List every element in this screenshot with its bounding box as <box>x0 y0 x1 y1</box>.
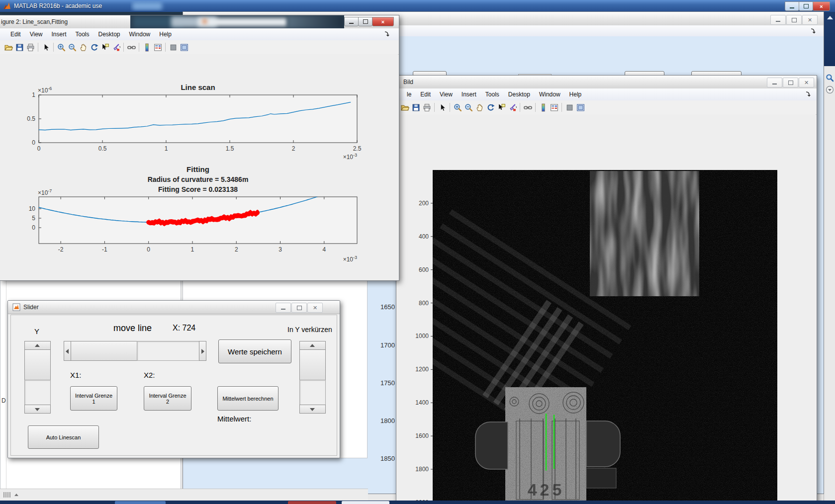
dock-arrow-icon[interactable] <box>384 31 390 37</box>
taskbar-item[interactable] <box>342 501 389 504</box>
colorbar-icon[interactable] <box>538 102 549 112</box>
dock-window-icon[interactable] <box>575 102 586 112</box>
collapse-up-icon[interactable] <box>827 16 833 19</box>
bild-image-plot[interactable]: 4252004006008001000120014001600180020002… <box>396 114 816 504</box>
right-sidebar <box>824 12 835 501</box>
print-icon[interactable] <box>421 102 432 112</box>
bild-close-button[interactable]: ✕ <box>799 78 814 87</box>
toolbar-separator <box>450 103 450 112</box>
figure2-window: igure 2: Line_scan,Fitting × EditViewIns… <box>0 15 399 281</box>
menu-item-edit[interactable]: Edit <box>6 29 25 39</box>
dock-arrow-icon[interactable] <box>805 91 811 97</box>
hidden-plot-ytick: 1850 <box>370 455 395 462</box>
figure2-minimize-button[interactable] <box>344 17 359 26</box>
cursor-icon[interactable] <box>40 42 51 52</box>
menu-item-desktop[interactable]: Desktop <box>504 89 535 99</box>
gui-close-button[interactable]: ✕ <box>802 15 818 25</box>
legend-icon[interactable] <box>549 102 559 112</box>
y-slider-left[interactable] <box>24 341 51 413</box>
rotate-icon[interactable] <box>89 42 99 52</box>
calc-mean-button[interactable]: Mittelwert berechnen <box>217 386 278 411</box>
zoom-in-icon[interactable] <box>56 42 67 52</box>
open-icon[interactable] <box>399 102 410 112</box>
svg-text:Radius of curvature = 5.3486m: Radius of curvature = 5.3486m <box>148 175 249 183</box>
svg-text:10: 10 <box>29 205 36 212</box>
zoom-in-icon[interactable] <box>452 102 463 112</box>
y-slider-right[interactable] <box>299 341 326 413</box>
brush-icon[interactable] <box>507 102 518 112</box>
y-slider-right-thumb[interactable] <box>299 349 326 380</box>
taskbar-item[interactable] <box>115 501 166 504</box>
figure2-maximize-button[interactable] <box>358 17 372 26</box>
menu-item-view[interactable]: View <box>435 89 457 99</box>
menu-item-edit[interactable]: Edit <box>416 89 435 99</box>
link-icon[interactable] <box>522 102 533 112</box>
link-icon[interactable] <box>126 42 137 52</box>
pan-icon[interactable] <box>78 42 89 52</box>
menu-item-insert[interactable]: Insert <box>47 29 71 39</box>
slider-close-button[interactable]: ✕ <box>307 303 323 313</box>
dock-gray-icon[interactable] <box>564 102 575 112</box>
search-icon[interactable] <box>826 74 834 82</box>
interval-limit1-button[interactable]: Interval Grenze 1 <box>70 386 117 411</box>
dock-window-icon[interactable] <box>179 42 189 52</box>
collapsed-panel-tab[interactable]: D <box>1 397 6 404</box>
move-line-slider-thumb[interactable] <box>71 341 137 361</box>
expand-down-icon[interactable] <box>826 85 834 94</box>
main-close-button[interactable]: × <box>813 1 830 11</box>
menu-item-tools[interactable]: Tools <box>481 89 504 99</box>
svg-text:1400: 1400 <box>415 399 429 406</box>
open-icon[interactable] <box>3 42 14 52</box>
dock-gray-icon[interactable] <box>168 42 179 52</box>
save-icon[interactable] <box>410 102 421 112</box>
gui-maximize-button[interactable] <box>786 15 802 25</box>
interval-limit2-button[interactable]: Interval Grenze 2 <box>144 386 191 411</box>
grip-icon[interactable] <box>3 492 23 498</box>
shorten-y-label: In Y verkürzen <box>287 326 332 334</box>
menu-item-help[interactable]: Help <box>565 89 586 99</box>
menu-item-insert[interactable]: Insert <box>457 89 481 99</box>
pan-icon[interactable] <box>474 102 485 112</box>
menu-item-window[interactable]: Window <box>125 29 155 39</box>
menu-item-le[interactable]: le <box>402 89 416 99</box>
auto-linescan-button[interactable]: Auto Linescan <box>28 425 99 449</box>
legend-icon[interactable] <box>152 42 163 52</box>
hidden-plot-ytick: 1800 <box>370 417 395 424</box>
gui-minimize-button[interactable] <box>770 15 786 25</box>
main-minimize-button[interactable] <box>785 1 799 11</box>
menu-item-help[interactable]: Help <box>155 29 176 39</box>
colorbar-icon[interactable] <box>141 42 152 52</box>
save-values-button[interactable]: Werte speichern <box>218 339 291 363</box>
move-line-slider[interactable] <box>64 341 206 361</box>
os-taskbar[interactable] <box>0 501 835 504</box>
main-maximize-button[interactable] <box>799 1 813 11</box>
zoom-out-icon[interactable] <box>67 42 78 52</box>
zoom-out-icon[interactable] <box>463 102 474 112</box>
svg-text:Line scan: Line scan <box>181 83 215 91</box>
y-slider-left-thumb[interactable] <box>24 349 51 380</box>
slider-maximize-button[interactable] <box>291 303 307 313</box>
print-icon[interactable] <box>25 42 36 52</box>
figure2-figure-area: 00.511.522.500.51Line scan×10-6×10-3Fitt… <box>0 54 398 280</box>
datacursor-icon[interactable] <box>99 42 110 52</box>
brush-icon[interactable] <box>110 42 121 52</box>
menu-item-tools[interactable]: Tools <box>71 29 94 39</box>
svg-text:1: 1 <box>191 246 194 253</box>
blurred-region <box>130 15 344 28</box>
toolbar-separator <box>520 103 520 112</box>
datacursor-icon[interactable] <box>496 102 507 112</box>
rotate-icon[interactable] <box>485 102 496 112</box>
dock-arrow-icon[interactable] <box>810 28 816 34</box>
menu-item-desktop[interactable]: Desktop <box>94 29 125 39</box>
menu-item-view[interactable]: View <box>25 29 47 39</box>
cursor-icon[interactable] <box>437 102 448 112</box>
bild-maximize-button[interactable] <box>783 78 798 87</box>
save-icon[interactable] <box>14 42 25 52</box>
figure2-close-button[interactable]: × <box>372 17 394 26</box>
bild-minimize-button[interactable] <box>767 78 782 87</box>
menu-item-window[interactable]: Window <box>535 89 565 99</box>
slider-minimize-button[interactable] <box>276 303 291 313</box>
matlab-titlebar: MATLAB R2016b - academic use × <box>0 0 835 12</box>
svg-text:1: 1 <box>165 145 168 152</box>
taskbar-item[interactable] <box>288 501 336 504</box>
